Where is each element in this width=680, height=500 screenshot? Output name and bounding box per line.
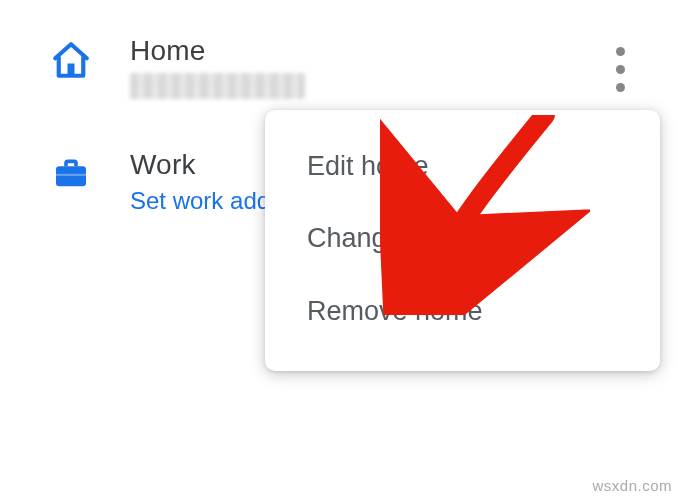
menu-item-edit-home[interactable]: Edit home [265, 140, 660, 202]
more-options-button[interactable] [600, 45, 640, 93]
place-address-redacted [130, 73, 305, 99]
home-icon [50, 35, 100, 81]
briefcase-icon [50, 149, 100, 193]
svg-rect-2 [56, 174, 86, 176]
context-menu: Edit home Change icon Remove home [265, 110, 660, 371]
svg-rect-0 [68, 64, 75, 76]
watermark: wsxdn.com [592, 477, 672, 494]
menu-item-change-icon[interactable]: Change icon [265, 202, 660, 274]
place-row-home[interactable]: Home [10, 35, 670, 99]
menu-item-remove-home[interactable]: Remove home [265, 275, 660, 353]
svg-rect-1 [56, 166, 86, 186]
place-title: Home [130, 35, 670, 67]
